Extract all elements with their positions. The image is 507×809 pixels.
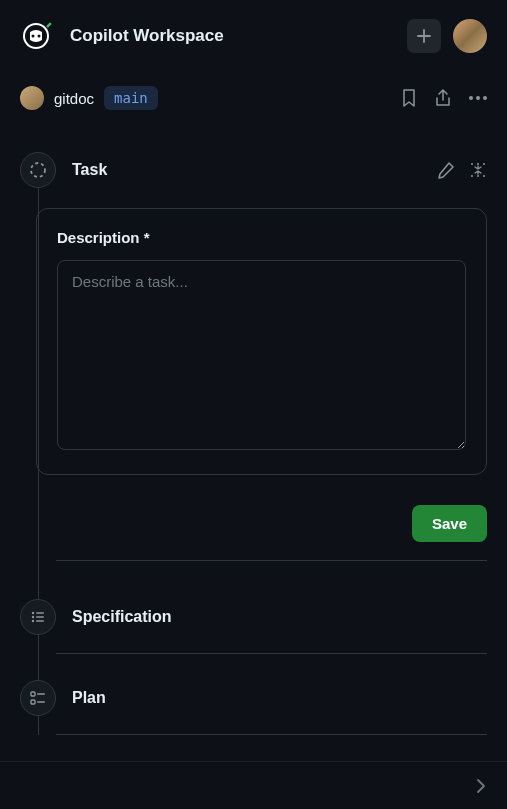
- page-title: Copilot Workspace: [70, 26, 224, 46]
- svg-point-2: [32, 35, 35, 38]
- description-input[interactable]: [57, 260, 466, 450]
- svg-point-6: [477, 163, 479, 165]
- svg-point-15: [32, 620, 34, 622]
- svg-point-13: [32, 616, 34, 618]
- branch-badge[interactable]: main: [104, 86, 158, 110]
- task-step-title: Task: [72, 161, 421, 179]
- svg-point-10: [483, 175, 485, 177]
- edit-icon[interactable]: [437, 161, 455, 179]
- svg-point-11: [32, 612, 34, 614]
- collapse-icon[interactable]: [469, 161, 487, 179]
- svg-rect-20: [37, 701, 45, 703]
- svg-rect-19: [31, 700, 35, 704]
- specification-step-icon: [20, 599, 56, 635]
- avatar[interactable]: [453, 19, 487, 53]
- new-button[interactable]: [407, 19, 441, 53]
- svg-rect-12: [36, 612, 44, 614]
- specification-step-title[interactable]: Specification: [72, 608, 487, 626]
- bookmark-icon[interactable]: [401, 89, 417, 107]
- description-label: Description *: [57, 229, 466, 246]
- kebab-menu-icon[interactable]: [469, 96, 487, 100]
- svg-point-4: [31, 163, 45, 177]
- bottom-bar: [0, 761, 507, 809]
- copilot-logo[interactable]: [20, 18, 56, 54]
- svg-point-9: [477, 175, 479, 177]
- svg-point-7: [483, 163, 485, 165]
- repo-avatar[interactable]: [20, 86, 44, 110]
- save-button[interactable]: Save: [412, 505, 487, 542]
- svg-point-3: [38, 35, 41, 38]
- svg-rect-14: [36, 616, 44, 618]
- svg-point-8: [471, 175, 473, 177]
- repo-name[interactable]: gitdoc: [54, 90, 94, 107]
- chevron-right-icon[interactable]: [475, 778, 487, 794]
- share-icon[interactable]: [435, 89, 451, 107]
- task-panel: Description *: [36, 208, 487, 475]
- task-step-icon: [20, 152, 56, 188]
- plan-step-icon: [20, 680, 56, 716]
- svg-rect-18: [37, 693, 45, 695]
- plan-step-title[interactable]: Plan: [72, 689, 487, 707]
- svg-point-5: [471, 163, 473, 165]
- svg-rect-16: [36, 620, 44, 622]
- svg-rect-17: [31, 692, 35, 696]
